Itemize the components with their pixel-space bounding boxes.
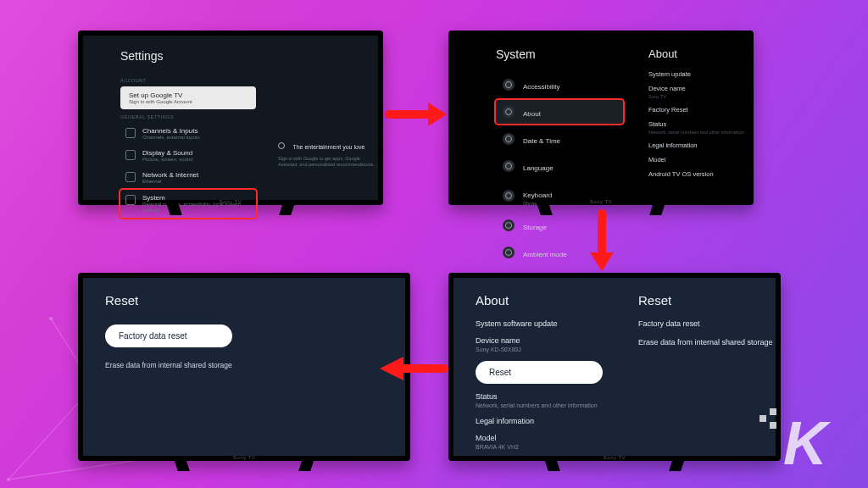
about-item-reset[interactable]: Reset bbox=[476, 361, 603, 384]
settings-item-sub: Picture, screen, sound bbox=[142, 157, 193, 163]
settings-item-sub: Channels, external inputs bbox=[142, 135, 200, 141]
channels-icon bbox=[125, 128, 136, 138]
svg-rect-19 bbox=[770, 422, 776, 429]
system-item-ambient-mode[interactable]: Ambient mode bbox=[496, 241, 623, 264]
svg-text:K: K bbox=[783, 409, 832, 476]
system-item-keyboard[interactable]: Keyboard Gboard bbox=[496, 181, 623, 210]
tv-step2-system: System Accessibility About Date & Time L… bbox=[448, 30, 754, 205]
settings-item-network-internet[interactable]: Network & Internet Ethernet bbox=[120, 167, 256, 189]
section-label-general: GENERAL SETTINGS bbox=[120, 114, 256, 119]
about-item[interactable]: System update bbox=[648, 70, 750, 78]
system-item-label: Ambient mode bbox=[523, 251, 567, 258]
reset-title: Reset bbox=[638, 293, 774, 308]
tv-step1-settings: Settings ACCOUNT Set up Google TV Sign i… bbox=[78, 30, 383, 205]
tv-brand-label: Sony TV bbox=[233, 455, 255, 460]
about-icon bbox=[503, 106, 515, 118]
tv-step3-about: About System software update Device name… bbox=[448, 273, 781, 461]
settings-item-label: Display & Sound bbox=[142, 149, 193, 157]
about-item[interactable]: Factory Reset bbox=[648, 106, 750, 114]
settings-promo: The entertainment you love Sign in with … bbox=[278, 137, 380, 168]
about-item[interactable]: StatusNetwork, serial numbers and other … bbox=[648, 120, 750, 135]
reset-item-erase-data[interactable]: Erase data from internal shared storage bbox=[638, 338, 774, 347]
about-item-system-software-update[interactable]: System software update bbox=[476, 319, 624, 328]
tv-brand-label: Sony TV bbox=[604, 455, 626, 460]
brand-logo-k: K bbox=[760, 408, 853, 476]
reset-item-factory-data-reset[interactable]: Factory data reset bbox=[638, 319, 774, 328]
system-item-label: Accessibility bbox=[523, 83, 560, 91]
system-item-label: Storage bbox=[523, 224, 547, 231]
about-item-model[interactable]: Model bbox=[476, 434, 624, 442]
svg-rect-17 bbox=[760, 415, 766, 422]
erase-data-item[interactable]: Erase data from internal shared storage bbox=[105, 361, 292, 369]
system-icon bbox=[125, 195, 136, 205]
about-item[interactable]: Device nameSony TV bbox=[648, 85, 750, 99]
setup-google-tv-label: Set up Google TV bbox=[129, 92, 248, 99]
reset-title: Reset bbox=[105, 293, 292, 308]
about-item[interactable]: Model bbox=[648, 156, 750, 164]
system-item-label: About bbox=[523, 110, 541, 118]
keyboard-icon bbox=[503, 190, 515, 202]
network-icon bbox=[125, 172, 136, 182]
settings-item-sub: Ethernet bbox=[142, 179, 198, 185]
tv-step4-reset: Reset Factory data reset Erase data from… bbox=[78, 273, 410, 461]
promo-heading: The entertainment you love bbox=[292, 144, 364, 150]
system-item-storage[interactable]: Storage bbox=[496, 214, 623, 237]
about-title: About bbox=[476, 293, 624, 308]
settings-item-channels-inputs[interactable]: Channels & Inputs Channels, external inp… bbox=[120, 123, 256, 145]
promo-body: Sign in with Google to get apps, Google … bbox=[278, 156, 380, 168]
ambient-icon bbox=[503, 247, 515, 258]
setup-google-tv-card[interactable]: Set up Google TV Sign in with Google Acc… bbox=[120, 86, 256, 109]
system-title: System bbox=[496, 47, 623, 61]
info-icon bbox=[278, 142, 285, 149]
display-icon bbox=[125, 150, 136, 160]
svg-rect-18 bbox=[770, 408, 776, 415]
clock-icon bbox=[503, 133, 515, 145]
about-item-status[interactable]: Status bbox=[476, 392, 624, 401]
system-item-label: Keyboard bbox=[523, 191, 552, 199]
about-item-device-name[interactable]: Device name bbox=[476, 336, 624, 345]
svg-marker-12 bbox=[428, 103, 447, 126]
settings-item-label: Network & Internet bbox=[142, 171, 198, 179]
system-item-about[interactable]: About bbox=[496, 100, 623, 124]
system-item-label: Date & Time bbox=[523, 137, 560, 145]
system-item-accessibility[interactable]: Accessibility bbox=[496, 73, 623, 97]
setup-google-tv-sub: Sign in with Google Account bbox=[129, 99, 248, 104]
svg-point-6 bbox=[7, 478, 10, 481]
about-item[interactable]: Android TV OS version bbox=[648, 170, 750, 178]
storage-icon bbox=[503, 219, 515, 231]
about-item-status-sub: Network, serial numbers and other inform… bbox=[476, 402, 624, 408]
svg-point-10 bbox=[49, 317, 53, 320]
system-item-sub: Gboard bbox=[523, 201, 552, 206]
settings-title: Settings bbox=[120, 49, 256, 63]
system-item-label: Language bbox=[523, 164, 554, 172]
settings-item-label: Channels & Inputs bbox=[142, 127, 200, 135]
accessibility-icon bbox=[503, 79, 515, 91]
system-item-date-time[interactable]: Date & Time bbox=[496, 127, 623, 151]
arrow-step1-to-step2 bbox=[386, 97, 447, 131]
settings-item-display-sound[interactable]: Display & Sound Picture, screen, sound bbox=[120, 145, 256, 167]
tv-brand-label: Sony TV bbox=[590, 199, 612, 204]
system-item-language[interactable]: Language bbox=[496, 154, 623, 178]
about-item[interactable]: Legal information bbox=[648, 141, 750, 149]
about-item-device-name-value: Sony KD-50X80J bbox=[476, 347, 624, 352]
about-item-legal-information[interactable]: Legal information bbox=[476, 417, 624, 425]
section-label-account: ACCOUNT bbox=[120, 78, 256, 83]
factory-data-reset-button[interactable]: Factory data reset bbox=[105, 324, 232, 347]
about-title: About bbox=[648, 47, 750, 60]
globe-icon bbox=[503, 160, 515, 172]
about-item-model-value: BRAVIA 4K VH2 bbox=[476, 444, 624, 450]
tv-brand-label: Sony TV bbox=[220, 199, 242, 204]
